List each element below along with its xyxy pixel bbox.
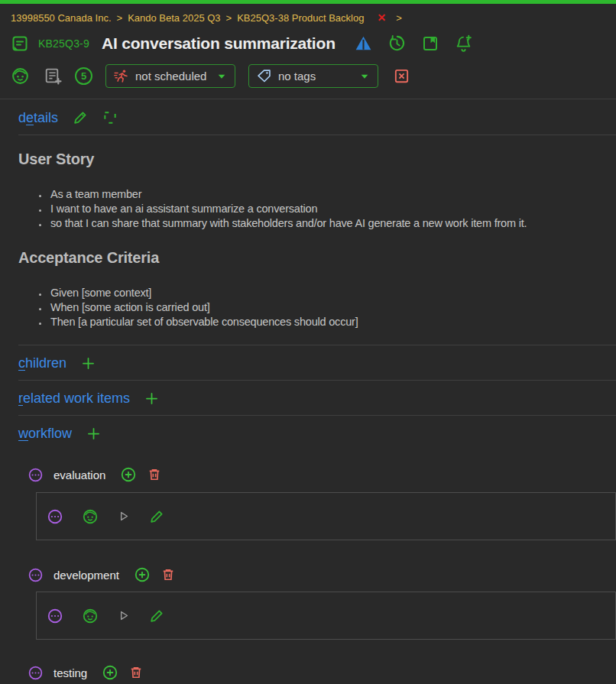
- user-story-heading: User Story: [18, 151, 598, 168]
- user-story-bullet: As a team member: [49, 187, 598, 202]
- workflow-stage-row: evaluation: [28, 466, 616, 483]
- header-row: KB25Q3-9 AI conversation summarization: [0, 24, 616, 53]
- add-note-icon[interactable]: [43, 66, 62, 86]
- acceptance-criteria-heading: Acceptance Criteria: [18, 249, 598, 267]
- add-child-icon[interactable]: [80, 355, 96, 371]
- schedule-dropdown-value: not scheduled: [135, 70, 209, 83]
- user-story-bullet: I want to have an ai assistant summarize…: [49, 202, 598, 216]
- children-section-header: children: [0, 345, 616, 380]
- acceptance-criteria-bullet: Then [a particular set of observable con…: [49, 315, 598, 329]
- tags-dropdown[interactable]: no tags: [248, 64, 378, 88]
- work-item-id: KB25Q3-9: [38, 37, 89, 50]
- details-section-header: details: [0, 99, 616, 135]
- save-icon[interactable]: [421, 34, 439, 53]
- edit-details-icon[interactable]: [72, 109, 89, 126]
- edit-task-icon[interactable]: [148, 508, 165, 525]
- chevron-down-icon: [216, 70, 228, 83]
- delete-stage-icon[interactable]: [160, 567, 176, 582]
- edit-task-icon[interactable]: [148, 608, 165, 624]
- user-story-list: As a team member I want to have an ai as…: [18, 187, 598, 231]
- breadcrumb-item-backlog[interactable]: KB25Q3-38 Product Backlog: [237, 12, 364, 24]
- schedule-dropdown[interactable]: not scheduled: [105, 64, 235, 88]
- children-link[interactable]: children: [18, 355, 66, 371]
- count-badge[interactable]: 5: [75, 67, 92, 85]
- add-related-item-icon[interactable]: [144, 391, 160, 407]
- workflow-task-card: [36, 592, 616, 640]
- toolbar: 5 not scheduled: [0, 53, 616, 99]
- stage-name: evaluation: [53, 468, 105, 481]
- breadcrumb-item-project[interactable]: Kando Beta 2025 Q3: [128, 12, 220, 24]
- acceptance-criteria-bullet: Given [some context]: [49, 286, 598, 300]
- task-assignee-avatar-icon[interactable]: [82, 608, 99, 624]
- breadcrumb: 13998550 Canada Inc. > Kando Beta 2025 Q…: [0, 4, 616, 24]
- stage-name: testing: [53, 666, 87, 679]
- delete-stage-icon[interactable]: [147, 467, 162, 482]
- stage-menu-icon[interactable]: [28, 467, 44, 483]
- tags-dropdown-value: no tags: [278, 70, 352, 83]
- history-icon[interactable]: [387, 34, 407, 53]
- breadcrumb-separator: >: [226, 12, 232, 24]
- add-task-icon[interactable]: [134, 566, 151, 583]
- expand-details-icon[interactable]: [102, 110, 118, 125]
- tag-icon: [256, 68, 272, 84]
- workflow-stage-row: testing: [28, 664, 616, 681]
- breadcrumb-item-org[interactable]: 13998550 Canada Inc.: [11, 12, 112, 24]
- related-work-items-link[interactable]: related work items: [18, 391, 130, 407]
- warning-triangle-icon[interactable]: [354, 34, 373, 53]
- add-task-icon[interactable]: [102, 664, 118, 681]
- page-title: AI conversation summarization: [102, 34, 336, 53]
- details-link[interactable]: details: [18, 110, 58, 126]
- acceptance-criteria-list: Given [some context] When [some action i…: [18, 286, 598, 329]
- workflow-section-header: workflow: [0, 416, 616, 450]
- add-workflow-stage-icon[interactable]: [86, 426, 102, 442]
- user-story-bullet: so that I can share that summary with st…: [49, 216, 598, 231]
- delete-item-icon[interactable]: [393, 67, 410, 85]
- stage-menu-icon[interactable]: [28, 567, 44, 583]
- task-assignee-avatar-icon[interactable]: [82, 508, 99, 525]
- related-section-header: related work items: [0, 381, 616, 415]
- breadcrumb-trailing-separator: >: [396, 12, 402, 24]
- divider: [18, 135, 616, 135]
- chevron-down-icon: [358, 70, 371, 83]
- task-menu-icon[interactable]: [47, 608, 63, 624]
- workflow-stage-row: development: [28, 566, 616, 583]
- stage-menu-icon[interactable]: [28, 665, 44, 681]
- breadcrumb-close-icon[interactable]: ✕: [377, 11, 386, 24]
- stage-name: development: [53, 569, 119, 582]
- work-item-type-icon: [11, 34, 29, 53]
- add-task-icon[interactable]: [120, 466, 137, 483]
- sprint-runner-icon: [113, 68, 129, 84]
- run-task-icon[interactable]: [117, 609, 130, 622]
- details-content: User Story As a team member I want to ha…: [0, 151, 616, 329]
- workflow-task-card: [36, 492, 616, 540]
- add-notification-icon[interactable]: [454, 34, 473, 53]
- acceptance-criteria-bullet: When [some action is carried out]: [49, 300, 598, 315]
- task-menu-icon[interactable]: [47, 508, 63, 525]
- delete-stage-icon[interactable]: [128, 665, 144, 680]
- work-item-page: 13998550 Canada Inc. > Kando Beta 2025 Q…: [0, 0, 616, 684]
- run-task-icon[interactable]: [117, 510, 130, 523]
- workflow-link[interactable]: workflow: [18, 426, 72, 442]
- breadcrumb-separator: >: [117, 12, 123, 24]
- assignee-avatar-icon[interactable]: [11, 66, 30, 86]
